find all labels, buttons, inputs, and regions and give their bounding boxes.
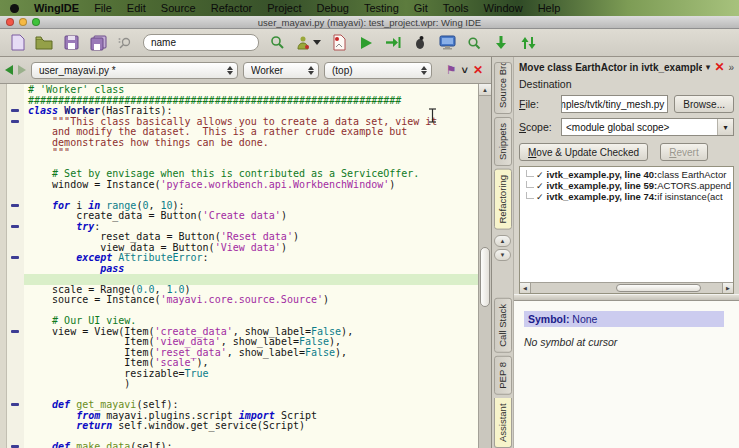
code-area[interactable]: # 'Worker' class########################…	[24, 84, 478, 448]
step-into-icon[interactable]	[384, 34, 402, 52]
menu-item-edit[interactable]: Edit	[127, 0, 146, 16]
menu-item-debug[interactable]: Debug	[317, 0, 349, 16]
tool-tab-pep-8[interactable]: PEP 8	[494, 356, 512, 395]
occurrences-list[interactable]: ✓ivtk_example.py, line 40: class EarthAc…	[519, 166, 734, 294]
revert-button[interactable]: Revert	[660, 143, 707, 161]
panel-splitter[interactable]	[514, 294, 739, 301]
menu-item-refactor[interactable]: Refactor	[211, 0, 253, 16]
panel-overflow-icon[interactable]: »	[728, 62, 734, 73]
goto-line-icon[interactable]	[492, 34, 510, 52]
destination-label: Destination	[519, 78, 734, 90]
code-line[interactable]: """	[24, 148, 478, 159]
debug-run-icon[interactable]	[357, 34, 375, 52]
fold-marker-icon[interactable]	[11, 109, 19, 112]
fold-marker-icon[interactable]	[11, 403, 19, 406]
menu-item-git[interactable]: Git	[414, 0, 428, 16]
open-files-combo[interactable]: user_mayavi.py *	[31, 62, 238, 79]
move-update-checked-button[interactable]: Move & Update Checked	[519, 143, 648, 161]
breakpoint-gutter[interactable]	[0, 84, 7, 448]
scrollbar-thumb[interactable]	[480, 247, 490, 307]
bottom-tool-tabs: Call StackPEP 8Assistant	[494, 298, 512, 448]
menu-item-tools[interactable]: Tools	[443, 0, 469, 16]
code-line[interactable]: return self.window.get_service(Script)	[24, 421, 478, 432]
symbol-header: Symbol: None	[524, 311, 724, 327]
menu-item-source[interactable]: Source	[161, 0, 196, 16]
tool-tab-refactoring[interactable]: Refactoring	[494, 169, 512, 230]
occurrence-snippet: ACTORS.append	[657, 180, 731, 191]
tab-scroll-up-button[interactable]: ▲	[494, 235, 511, 247]
fold-marker-icon[interactable]	[11, 120, 19, 123]
menu-item-help[interactable]: Help	[538, 0, 561, 16]
scroll-up-icon[interactable]: ▲	[479, 84, 491, 96]
tool-tab-snippets[interactable]: Snippets	[494, 117, 512, 166]
pin-editor-icon[interactable]: ⚑	[446, 63, 457, 77]
checked-checkbox-icon[interactable]: ✓	[536, 181, 544, 191]
tool-tab-assistant[interactable]: Assistant	[494, 398, 512, 448]
scope-select[interactable]: <module global scope> ▾	[561, 118, 734, 136]
save-icon[interactable]	[62, 34, 80, 52]
occurrence-row[interactable]: ✓ivtk_example.py, line 40: class EarthAc…	[520, 169, 733, 180]
new-file-icon[interactable]	[8, 34, 26, 52]
code-line[interactable]: source = Instance('mayavi.core.source.So…	[24, 295, 478, 306]
occurrence-snippet: class EarthActor	[657, 169, 726, 180]
swap-navigate-icon[interactable]	[519, 34, 537, 52]
code-line[interactable]: )	[24, 379, 478, 390]
run-file-icon[interactable]	[330, 34, 348, 52]
close-refactoring-icon[interactable]: ✕	[714, 60, 724, 74]
fold-gutter[interactable]	[7, 84, 24, 448]
refactoring-options-icon[interactable]: ▾	[706, 62, 711, 72]
class-scope-combo[interactable]: Worker	[243, 62, 319, 79]
browse-button[interactable]: Browse...	[674, 95, 734, 113]
editor-navbar: user_mayavi.py * Worker (top) ⚑ ˅ ✕	[0, 57, 491, 84]
scrollbar-thumb[interactable]	[616, 284, 701, 292]
list-horizontal-scrollbar[interactable]: ◀ ▶	[520, 282, 733, 293]
open-file-icon[interactable]	[35, 34, 53, 52]
save-as-icon[interactable]	[89, 34, 107, 52]
editor-menu-chevron-icon[interactable]: ˅	[462, 64, 468, 76]
menu-item-window[interactable]: Window	[484, 0, 523, 16]
source-assistant-panel: Symbol: None No symbol at cursor	[514, 301, 739, 448]
goto-symbol-dropdown[interactable]	[295, 35, 321, 51]
destination-file-input[interactable]: mples/tvtk/tiny_mesh.py	[561, 95, 668, 113]
fold-marker-icon[interactable]	[11, 330, 19, 333]
dropdown-arrow-icon	[313, 40, 321, 45]
incremental-search-icon[interactable]	[116, 34, 134, 52]
editor-vertical-scrollbar[interactable]: ▲	[478, 84, 491, 448]
tool-panel-content: Move class EarthActor in ivtk_example ▾ …	[513, 57, 739, 448]
fold-marker-icon[interactable]	[11, 225, 19, 228]
toolbar-search-input[interactable]: name	[143, 34, 259, 51]
code-line[interactable]: def make_data(self):	[24, 442, 478, 448]
menu-item-wingide[interactable]: WingIDE	[34, 0, 79, 16]
menu-item-project[interactable]: Project	[267, 0, 301, 16]
search-icon[interactable]	[268, 34, 286, 52]
debug-io-monitor-icon[interactable]	[438, 34, 456, 52]
tab-scroll-down-button[interactable]: ▼	[494, 249, 511, 261]
text-cursor-pointer	[428, 108, 437, 123]
menu-item-file[interactable]: File	[94, 0, 112, 16]
code-line[interactable]: pass	[24, 264, 478, 275]
class-scope-combo-value: Worker	[251, 65, 304, 76]
checked-checkbox-icon[interactable]: ✓	[536, 170, 544, 180]
occurrence-row[interactable]: ✓ivtk_example.py, line 59: ACTORS.append	[520, 180, 733, 191]
fold-marker-icon[interactable]	[11, 204, 19, 207]
history-forward-button[interactable]	[18, 65, 26, 75]
code-line[interactable]: window = Instance('pyface.workbench.api.…	[24, 180, 478, 191]
tool-tab-call-stack[interactable]: Call Stack	[494, 298, 512, 353]
scroll-left-icon[interactable]: ◀	[520, 283, 531, 293]
checked-checkbox-icon[interactable]: ✓	[536, 192, 544, 202]
search-input-value: name	[151, 37, 176, 48]
menu-item-testing[interactable]: Testing	[364, 0, 399, 16]
stop-debug-icon[interactable]	[411, 34, 429, 52]
tree-branch-icon	[526, 181, 534, 188]
occurrence-row[interactable]: ✓ivtk_example.py, line 74: if isinstance…	[520, 191, 733, 202]
method-scope-combo[interactable]: (top)	[324, 62, 432, 79]
scroll-right-icon[interactable]: ▶	[722, 283, 733, 293]
code-line[interactable]: demonstrates how things can be done.	[24, 138, 478, 149]
close-editor-icon[interactable]: ✕	[473, 63, 483, 77]
search-in-files-icon[interactable]	[465, 34, 483, 52]
apple-menu-icon[interactable]	[10, 4, 19, 13]
history-back-button[interactable]	[5, 65, 13, 75]
tool-tab-source-brows[interactable]: Source Brows	[494, 62, 512, 114]
fold-marker-icon[interactable]	[11, 256, 19, 259]
assistant-message: No symbol at cursor	[524, 336, 729, 348]
